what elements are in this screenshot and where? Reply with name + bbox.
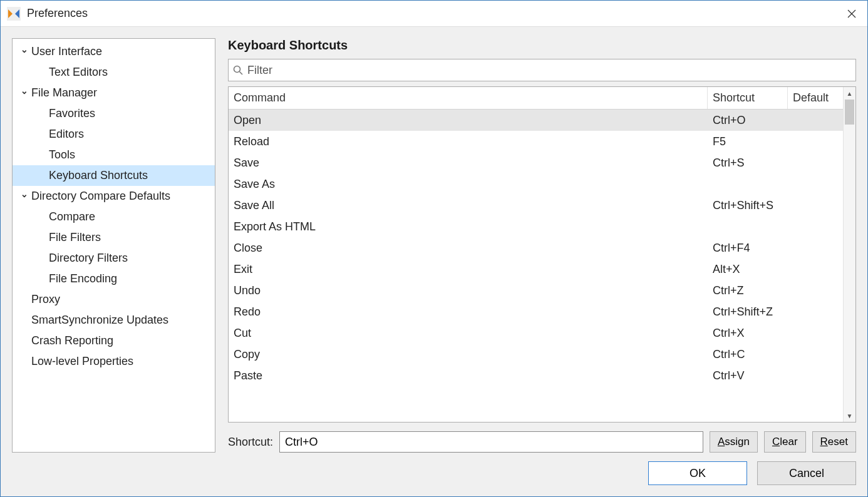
preferences-dialog: Preferences ⌄User InterfaceText Editors⌄… <box>0 0 868 497</box>
tree-item-label: Tools <box>49 148 75 161</box>
tree-group[interactable]: ⌄File Manager <box>13 83 215 103</box>
shortcut-table: Command Shortcut Default OpenCtrl+OReloa… <box>228 86 856 423</box>
tree-item[interactable]: Editors <box>13 124 215 145</box>
tree-item-label: Favorites <box>49 107 95 120</box>
table-row[interactable]: CopyCtrl+C <box>229 344 843 365</box>
tree-item-label: Directory Compare Defaults <box>31 190 170 203</box>
tree-item[interactable]: Tools <box>13 145 215 165</box>
clear-button[interactable]: Clear <box>764 431 806 453</box>
close-icon[interactable] <box>842 4 861 23</box>
tree-item[interactable]: File Encoding <box>13 269 215 289</box>
svg-marker-1 <box>15 9 19 18</box>
col-header-default[interactable]: Default <box>788 87 843 109</box>
svg-line-5 <box>240 72 243 75</box>
tree-item[interactable]: File Filters <box>13 227 215 248</box>
tree-item[interactable]: Favorites <box>13 103 215 124</box>
table-scrollbar[interactable]: ▲ ▼ <box>843 87 855 422</box>
tree-item-label: File Filters <box>49 231 101 244</box>
shortcut-label: Shortcut: <box>228 436 273 449</box>
cell-shortcut: Alt+X <box>708 263 788 276</box>
cell-command: Save <box>229 156 708 170</box>
cell-command: Cut <box>229 327 708 340</box>
cell-command: Save As <box>229 178 708 191</box>
tree-item[interactable]: Proxy <box>13 289 215 310</box>
cell-shortcut: Ctrl+Shift+S <box>708 199 788 212</box>
col-header-shortcut[interactable]: Shortcut <box>708 87 788 109</box>
tree-item-label: User Interface <box>31 45 102 58</box>
cell-shortcut: Ctrl+X <box>708 327 788 340</box>
scroll-up-icon[interactable]: ▲ <box>844 87 855 100</box>
cell-command: Close <box>229 242 708 255</box>
cell-shortcut: F5 <box>708 135 788 148</box>
panel-title: Keyboard Shortcuts <box>228 38 856 53</box>
cell-command: Export As HTML <box>229 220 708 233</box>
cell-shortcut: Ctrl+Z <box>708 284 788 297</box>
reset-button[interactable]: Reset <box>812 431 856 453</box>
tree-item-label: Compare <box>49 210 95 223</box>
table-row[interactable]: CutCtrl+X <box>229 322 843 344</box>
chevron-down-icon[interactable]: ⌄ <box>19 44 30 54</box>
tree-item-label: Text Editors <box>49 66 108 79</box>
tree-item[interactable]: Crash Reporting <box>13 330 215 351</box>
table-row[interactable]: PasteCtrl+V <box>229 365 843 386</box>
cell-shortcut: Ctrl+S <box>708 156 788 170</box>
table-row[interactable]: Save As <box>229 173 843 195</box>
tree-item-label: SmartSynchronize Updates <box>31 314 168 327</box>
settings-panel: Keyboard Shortcuts Command Shortcut Defa… <box>228 38 856 453</box>
table-row[interactable]: RedoCtrl+Shift+Z <box>229 301 843 322</box>
cell-shortcut: Ctrl+V <box>708 369 788 382</box>
ok-button[interactable]: OK <box>648 461 747 485</box>
tree-item-label: File Manager <box>31 86 97 100</box>
tree-group[interactable]: ⌄Directory Compare Defaults <box>13 186 215 207</box>
cell-command: Copy <box>229 348 708 361</box>
assign-button[interactable]: Assign <box>710 431 758 453</box>
svg-point-4 <box>234 66 240 73</box>
tree-item-label: Crash Reporting <box>31 334 113 347</box>
filter-field[interactable] <box>228 59 856 81</box>
chevron-down-icon[interactable]: ⌄ <box>19 86 30 96</box>
cell-command: Exit <box>229 263 708 276</box>
window-title: Preferences <box>27 7 88 20</box>
cell-command: Paste <box>229 369 708 382</box>
table-row[interactable]: ExitAlt+X <box>229 259 843 280</box>
svg-marker-0 <box>8 9 13 18</box>
shortcut-input[interactable] <box>279 431 703 453</box>
table-row[interactable]: ReloadF5 <box>229 131 843 152</box>
tree-group[interactable]: ⌄User Interface <box>13 41 215 62</box>
tree-item[interactable]: Directory Filters <box>13 248 215 269</box>
filter-input[interactable] <box>246 63 852 78</box>
col-header-command[interactable]: Command <box>229 87 708 109</box>
cell-command: Redo <box>229 305 708 319</box>
cell-command: Undo <box>229 284 708 297</box>
tree-item[interactable]: Low-level Properties <box>13 351 215 372</box>
tree-item-label: Keyboard Shortcuts <box>49 169 148 182</box>
scroll-down-icon[interactable]: ▼ <box>844 409 855 422</box>
chevron-down-icon[interactable]: ⌄ <box>19 189 30 199</box>
tree-item-label: Editors <box>49 128 84 141</box>
tree-item[interactable]: Keyboard Shortcuts <box>13 165 215 186</box>
tree-item[interactable]: SmartSynchronize Updates <box>13 310 215 330</box>
tree-item-label: Proxy <box>31 293 60 306</box>
table-row[interactable]: UndoCtrl+Z <box>229 280 843 301</box>
tree-item[interactable]: Compare <box>13 207 215 227</box>
table-row[interactable]: Save AllCtrl+Shift+S <box>229 195 843 216</box>
tree-item-label: Low-level Properties <box>31 355 133 368</box>
search-icon <box>232 64 244 76</box>
cancel-button[interactable]: Cancel <box>757 461 856 485</box>
table-row[interactable]: OpenCtrl+O <box>229 110 843 131</box>
tree-item-label: Directory Filters <box>49 252 128 265</box>
shortcut-editor-row: Shortcut: Assign Clear Reset <box>228 431 856 453</box>
tree-item-label: File Encoding <box>49 272 117 285</box>
table-row[interactable]: SaveCtrl+S <box>229 152 843 173</box>
tree-item[interactable]: Text Editors <box>13 62 215 83</box>
cell-command: Save All <box>229 199 708 212</box>
dialog-footer: OK Cancel <box>12 461 856 485</box>
scroll-thumb[interactable] <box>845 100 854 125</box>
cell-command: Open <box>229 114 708 127</box>
table-row[interactable]: CloseCtrl+F4 <box>229 237 843 259</box>
cell-shortcut: Ctrl+O <box>708 114 788 127</box>
cell-shortcut: Ctrl+F4 <box>708 242 788 255</box>
table-row[interactable]: Export As HTML <box>229 216 843 237</box>
category-tree[interactable]: ⌄User InterfaceText Editors⌄File Manager… <box>12 38 215 453</box>
app-icon <box>7 7 21 21</box>
